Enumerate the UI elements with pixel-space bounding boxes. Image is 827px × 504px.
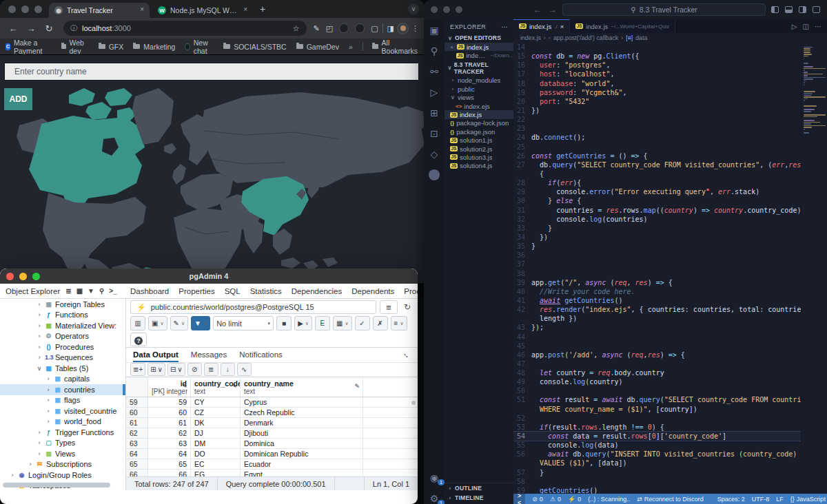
tree-item-countries[interactable]: ›▦countries [0,384,125,395]
chevron-icon[interactable]: › [45,418,51,425]
chevron-icon[interactable]: › [37,429,42,436]
explorer-more-actions-icon[interactable]: ⋯ [502,23,508,30]
split-editor-icon[interactable]: ◫ [803,23,809,30]
edit-column-icon[interactable]: ✎ [232,383,237,390]
close-window-icon[interactable] [431,6,438,13]
code-line-56[interactable]: 56 await db.query("INSERT INTO visited_c… [513,450,801,459]
code-line-51[interactable]: 51 const result = await db.query("SELECT… [513,395,801,404]
save-button[interactable]: ▣∨ [148,316,167,330]
3d-viewer-icon[interactable]: ◇ [427,149,442,160]
minimap[interactable] [801,43,827,494]
graph-button[interactable]: ∿ [237,363,252,376]
pgadmin-tab-dashboard[interactable]: Dashboard [130,287,169,295]
chevron-icon[interactable]: › [37,354,42,361]
settings-gear-icon[interactable]: ⚙1 [427,493,442,504]
project-section[interactable]: ∨8.3 TRAVEL TRACKER [445,60,513,76]
tree-item-tables-5-[interactable]: ∨▦Tables (5) [0,363,125,374]
tree-item-foreign-tables[interactable]: ›▦Foreign Tables [0,299,125,310]
code-line-17[interactable]: 17 host: "localhost", [513,70,801,78]
tree-item-procedures[interactable]: ›()Procedures [0,342,125,353]
code-line-wrap[interactable]: length }) [513,314,801,323]
open-editor-index.js[interactable]: ×JSindex.js [445,43,513,51]
tree-item-visited-countrie[interactable]: ›▦visited_countrie [0,406,125,417]
history-back-icon[interactable]: ← [533,5,542,14]
status-item-spaces-2[interactable]: Spaces: 2 [717,496,745,503]
file-item-index-js[interactable]: JSindex.js [445,110,513,118]
editor-tab-indexjs[interactable]: JS index.js ./ × [513,19,570,33]
run-file-icon[interactable]: ▷ [792,23,797,30]
code-line-44[interactable]: 44 [513,333,801,342]
chevron-icon[interactable]: › [37,322,42,329]
delete-button[interactable]: ⊘ [187,363,202,376]
code-line-20[interactable]: 20 port: "5432" [513,97,801,106]
tree-item-login-group-roles[interactable]: ›◉Login/Group Roles [0,470,125,481]
tab-close-icon[interactable]: × [560,23,564,30]
grid-vertical-scrollbar[interactable] [411,401,416,405]
code-line-45[interactable]: 45 [513,342,801,350]
code-line-18[interactable]: 18 database: "world", [513,79,801,88]
bookmark-item[interactable]: Marketing [133,43,175,51]
code-line-16[interactable]: 16 user: "postgres", [513,61,801,70]
execute-button[interactable]: ▶∨ [294,316,312,330]
filter-button[interactable]: ▼∨ [191,316,210,330]
table-icon[interactable]: ▦ [76,287,83,295]
chevron-icon[interactable]: › [10,472,15,479]
code-line-24[interactable]: 24db.connect(); [513,133,801,142]
open-file-button[interactable]: ▥ [130,316,145,330]
chevron-icon[interactable]: › [45,386,51,393]
country-name-input[interactable] [4,63,419,81]
chevron-icon[interactable]: › [37,439,42,446]
close-window-icon[interactable] [8,6,16,13]
toggle-sidebar-icon[interactable] [771,6,779,13]
record-icon[interactable] [355,23,365,33]
profile-avatar-icon[interactable] [429,169,440,180]
chevron-icon[interactable]: › [45,408,51,414]
history-forward-icon[interactable]: → [549,5,557,14]
code-line-29[interactable]: 29 console.error("Error executing query"… [513,187,801,196]
maximize-window-icon[interactable] [34,6,42,13]
column-header-id[interactable]: id[PK] integer✎ [148,377,191,397]
code-line-26[interactable]: 26const getCountries = () => { [513,151,801,160]
paste-button[interactable]: ⊟∨ [167,363,185,376]
download-button[interactable]: ↓ [221,363,235,376]
column-header-country_code[interactable]: country_codetext✎ [191,377,241,397]
chevron-icon[interactable]: › [37,450,42,457]
open-editor-index.js[interactable]: JSindex.js~/Down... [445,51,513,59]
file-item-index-ejs[interactable]: <>index.ejs [445,102,513,110]
remote-indicator[interactable]: >< [513,494,525,504]
tree-item-operators[interactable]: ›⚙Operators [0,331,125,342]
table-row[interactable]: 6464DODominican Republic [126,449,418,459]
chevron-icon[interactable]: › [45,375,51,382]
status-item-reconnect-to-discord[interactable]: ⇄Reconnect to Discord [637,496,704,503]
file-item-node-modules[interactable]: ›node_modules [445,76,513,85]
table-row[interactable]: 5959CYCyprus [126,397,418,408]
code-line-21[interactable]: 21}) [513,106,801,115]
commit-button[interactable]: ✓ [355,316,370,330]
pgadmin-tab-sql[interactable]: SQL [225,287,241,295]
code-line-23[interactable]: 23 [513,124,801,133]
tree-item-views[interactable]: ›▦Views [0,448,125,459]
maximize-window-icon[interactable] [456,6,462,13]
chevron-icon[interactable]: › [45,397,51,403]
refresh-icon[interactable]: ↻ [401,302,414,312]
browser-window-controls[interactable] [0,6,49,13]
connection-status[interactable]: ⚡ public.countries/world/postgres@Postgr… [130,300,376,314]
pgadmin-tab-proce[interactable]: Proce [404,287,418,295]
code-line-55[interactable]: 55 console.log(data) [513,441,801,450]
chevron-icon[interactable]: ∨ [37,365,42,372]
chevron-icon[interactable]: › [37,344,42,350]
table-row[interactable]: 6161DKDenmark [126,418,418,428]
toggle-panel-icon[interactable] [785,6,793,13]
browser-tab-travel-tracker[interactable]: ◍ Travel Tracker × [49,3,150,18]
pgadmin-tab-dependencies[interactable]: Dependencies [292,287,343,295]
chevron-icon[interactable]: › [37,333,42,339]
code-line-39[interactable]: 39app.get("/", async (req, res) => { [513,278,801,287]
servers-icon[interactable]: ≣ [65,287,71,295]
code-line-31[interactable]: 31 countries = res.rows.map((country) =>… [513,206,801,215]
limit-select[interactable]: No limit▾ [213,316,274,330]
extensions-icon[interactable]: ▢ [371,24,378,33]
site-info-icon[interactable]: ⓘ [70,23,77,33]
code-line-wrap[interactable]: WHERE country_name = ($1)", [country]) [513,405,801,414]
stop-button[interactable]: ■ [276,316,292,330]
table-row[interactable]: 6565ECEcuador [126,459,418,470]
